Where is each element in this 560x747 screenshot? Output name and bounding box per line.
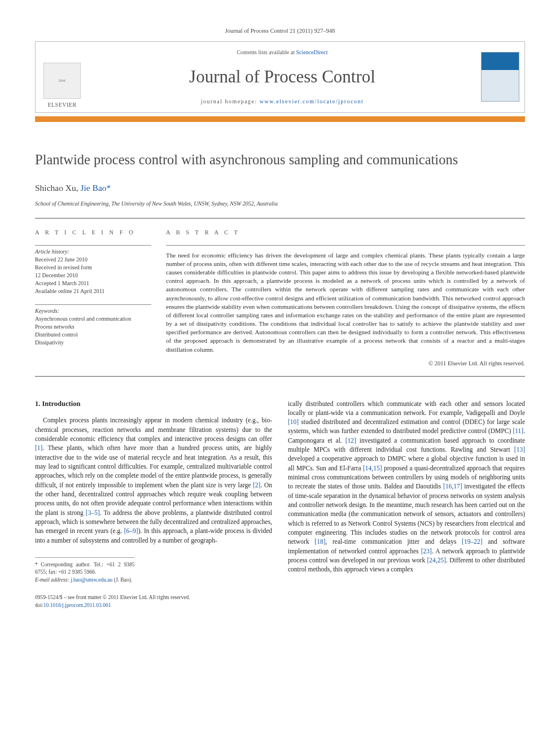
sciencedirect-link[interactable]: ScienceDirect xyxy=(296,49,327,55)
history-revised-2: 12 December 2010 xyxy=(35,272,151,279)
author-2-link[interactable]: Jie Bao xyxy=(81,183,107,193)
email-line: E-mail address: j.bao@unsw.edu.au (J. Ba… xyxy=(35,576,134,584)
keyword-0: Asynchronous control and communication xyxy=(35,315,151,323)
info-heading: a r t i c l e i n f o xyxy=(35,229,151,237)
info-abstract-row: a r t i c l e i n f o Article history: R… xyxy=(35,229,525,368)
homepage-link[interactable]: www.elsevier.com/locate/jprocont xyxy=(260,98,364,104)
keyword-3: Dissipativity xyxy=(35,339,151,347)
footnotes: * Corresponding author. Tel.: +61 2 9385… xyxy=(35,557,134,584)
rule-bottom xyxy=(35,376,525,377)
issn-line: 0959-1524/$ – see front matter © 2011 El… xyxy=(35,594,525,601)
body-para-1: Complex process plants increasingly appe… xyxy=(35,416,272,545)
section-title: Introduction xyxy=(42,400,81,408)
cover-thumbnail xyxy=(476,42,524,112)
history-online: Available online 21 April 2011 xyxy=(35,287,151,295)
doi-line: doi:10.1016/j.jprocont.2011.03.001 xyxy=(35,602,525,609)
doi-label: doi: xyxy=(35,602,43,608)
cover-image xyxy=(481,52,519,102)
publisher-logo: tree xyxy=(43,63,81,99)
section-heading: 1. Introduction xyxy=(35,399,272,409)
body-columns: 1. Introduction Complex process plants i… xyxy=(35,399,525,584)
contents-prefix: Contents lists available at xyxy=(237,49,296,55)
corresponding-note: * Corresponding author. Tel.: +61 2 9385… xyxy=(35,561,134,576)
history-revised-1: Received in revised form xyxy=(35,264,151,272)
history-label: Article history: xyxy=(35,248,151,256)
journal-reference: Journal of Process Control 21 (2011) 927… xyxy=(35,27,525,36)
page-root: Journal of Process Control 21 (2011) 927… xyxy=(0,0,560,632)
info-rule-2 xyxy=(35,304,151,305)
email-label: E-mail address: xyxy=(35,577,69,583)
abstract: a b s t r a c t The need for economic ef… xyxy=(166,229,525,368)
doi-link[interactable]: 10.1016/j.jprocont.2011.03.001 xyxy=(43,602,111,608)
homepage-line: journal homepage: www.elsevier.com/locat… xyxy=(201,98,364,106)
corresponding-mark[interactable]: * xyxy=(107,183,111,193)
keyword-2: Distributed control xyxy=(35,331,151,339)
history-block: Article history: Received 22 June 2010 R… xyxy=(35,248,151,295)
abstract-heading: a b s t r a c t xyxy=(166,229,525,237)
abstract-rule-top xyxy=(166,245,525,246)
journal-header: tree ELSEVIER Contents lists available a… xyxy=(35,41,525,113)
email-who: (J. Bao). xyxy=(114,577,132,583)
authors: Shichao Xu, Jie Bao* xyxy=(35,182,525,194)
article-title: Plantwide process control with asynchron… xyxy=(35,150,525,169)
affiliation: School of Chemical Engineering, The Univ… xyxy=(35,200,525,208)
keywords-label: Keywords: xyxy=(35,307,151,315)
history-received: Received 22 June 2010 xyxy=(35,256,151,264)
header-center: Contents lists available at ScienceDirec… xyxy=(89,42,476,112)
keywords-block: Keywords: Asynchronous control and commu… xyxy=(35,307,151,347)
body-para-2: ically distributed controllers which com… xyxy=(288,399,525,574)
homepage-prefix: journal homepage: xyxy=(201,98,260,104)
bottom-meta: 0959-1524/$ – see front matter © 2011 El… xyxy=(35,594,525,609)
email-link[interactable]: j.bao@unsw.edu.au xyxy=(71,577,112,583)
section-number: 1. xyxy=(35,400,40,408)
abstract-text: The need for economic efficiency has dri… xyxy=(166,251,525,354)
journal-title: Journal of Process Control xyxy=(189,64,375,89)
info-rule-1 xyxy=(35,245,151,246)
publisher-block: tree ELSEVIER xyxy=(36,42,89,112)
author-1: Shichao Xu, xyxy=(35,183,81,193)
keyword-1: Process networks xyxy=(35,323,151,331)
history-accepted: Accepted 1 March 2011 xyxy=(35,279,151,287)
publisher-name: ELSEVIER xyxy=(47,101,76,109)
article-info: a r t i c l e i n f o Article history: R… xyxy=(35,229,151,368)
contents-line: Contents lists available at ScienceDirec… xyxy=(237,49,327,56)
corresponding-text: Corresponding author. Tel.: +61 2 9385 6… xyxy=(35,562,134,575)
rule-top xyxy=(35,218,525,219)
accent-bar xyxy=(35,116,525,122)
copyright: © 2011 Elsevier Ltd. All rights reserved… xyxy=(166,360,525,368)
